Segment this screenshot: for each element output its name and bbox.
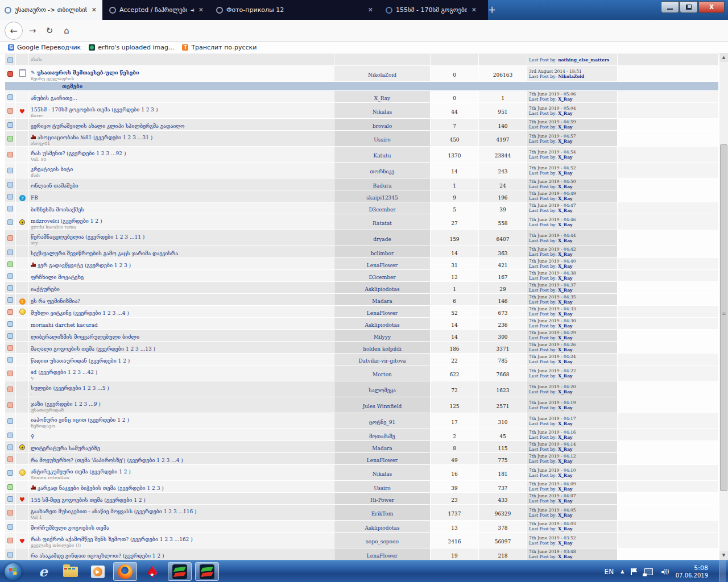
bookmark-google-translate[interactable]: G Google Переводчик [8,44,81,51]
last-post-user-link[interactable]: X_Ray [558,124,572,130]
last-post-user-link[interactable]: X_Ray [558,323,572,329]
home-button[interactable]: ⌂ [59,23,74,38]
start-button[interactable] [5,563,22,580]
last-post-user-link[interactable]: X_Ray [558,405,572,410]
network-icon[interactable] [644,568,653,575]
topic-title-link[interactable]: მორჩუმბული გოგოების თემა [31,525,109,531]
topic-title-link[interactable]: იაპონური ვინც იცით (გვერდები 1 2 ) [31,417,129,423]
topic-title-link[interactable]: კარგად ნაკვები ბიჭების თემა (გვერდები 1 … [38,485,164,491]
topic-title-link[interactable]: ონლაინ თამაშები [31,183,78,189]
topic-title-link[interactable]: 155სმ - 170სმ გოგოების თემა (გვერდები 1 … [31,107,158,113]
tab-close-icon[interactable]: ✕ [90,6,98,14]
topic-title-link[interactable]: FB [31,195,38,201]
taskbar-pokerstars[interactable]: ♠ [140,562,164,581]
topic-author-link[interactable]: Nikalas [373,109,392,115]
tab-accepted[interactable]: Accepted / ჩაჰრილები (ქა ◄) ✕ [105,0,209,20]
topic-author-link[interactable]: Ussiro [374,137,390,143]
topic-title-link[interactable]: გაახარეთ მუსიკებით - ანაწიე მოყვასს (გვე… [31,509,197,514]
topic-author-link[interactable]: bclimbor [371,251,394,256]
last-post-user-link[interactable]: X_Ray [558,347,572,352]
topic-title-link[interactable]: ანუბის გაიჩითე... [31,95,77,101]
topic-title-link[interactable]: mdzrovelci (გვერდები 1 2 ) [31,218,102,224]
last-post-user-link[interactable]: NikolaZoid [558,74,584,79]
topic-title-link[interactable]: იაქტურები [31,286,60,292]
topic-author-link[interactable]: Asklipiodotas [365,286,399,292]
last-post-user-link[interactable]: X_Ray [558,111,572,116]
topic-title-link[interactable]: ლიტერატურა სამურაებზე [31,446,100,451]
topic-author-link[interactable]: D3cember [369,207,395,213]
topic-title-link[interactable]: 155 სმ-მდე გოგოების თემა (გვერდები 1 2 ) [31,497,146,503]
last-post-user-link[interactable]: X_Ray [558,300,572,305]
show-desktop-button[interactable] [719,560,726,582]
last-post-user-link[interactable]: X_Ray [558,196,572,201]
taskbar-firefox[interactable] [113,562,137,581]
last-post-user-link[interactable]: X_Ray [558,208,572,213]
topic-author-link[interactable]: ცოტნე_91 [369,419,396,425]
last-post-user-link[interactable]: X_Ray [558,359,572,364]
topic-author-link[interactable]: Milyyy [374,334,391,340]
topic-author-link[interactable]: skaipi12345 [366,195,398,201]
topic-title-link[interactable]: კრეატივის ბიტი [31,167,73,172]
tab-audio-icon[interactable]: ◄) [191,8,194,13]
taskbar-media-player[interactable]: ▶ [86,562,110,581]
topic-author-link[interactable]: Datvilar-vir-gitova [358,358,406,364]
topic-title-link[interactable]: წადით უსათაურიდან (გვერდები 1 2 ) [31,358,130,364]
topic-title-link[interactable]: ჯაზი (გვერდები 1 2 3 ...9 ) [31,401,101,407]
bookmark-erfiro[interactable]: erfiro's uploaded imag... [89,44,174,51]
last-post-user-link[interactable]: X_Ray [558,252,572,257]
topic-author-link[interactable]: LenaFlower [367,263,398,268]
last-post-user-link[interactable]: X_Ray [558,473,572,478]
last-post-user-link[interactable]: X_Ray [558,264,572,269]
last-post-user-link[interactable]: X_Ray [558,389,572,394]
volume-icon[interactable]: ◄))) [660,568,668,575]
taskbar-flag-app-2[interactable] [195,562,219,581]
tab-close-icon[interactable]: ✕ [470,6,478,14]
last-post-user-link[interactable]: X_Ray [558,155,572,160]
last-post-user-link[interactable]: X_Ray [558,541,572,546]
new-tab-button[interactable]: + [485,3,499,17]
topic-author-link[interactable]: LenaFlower [367,310,398,316]
scroll-down-arrow[interactable]: ▼ [719,551,728,560]
topic-title-link[interactable]: მუხლი ვიტკინე (გვერდები 1 2 3 ...4 ) [31,310,129,316]
topic-title-link[interactable]: ♀ [31,434,35,439]
taskbar-explorer[interactable] [59,562,82,581]
topic-author-link[interactable]: LenaFlower [367,553,398,559]
topic-author-link[interactable]: თორნიკე [370,169,395,174]
topic-author-link[interactable]: dryade [373,236,391,242]
topic-title-link[interactable]: ბიზნესმა მოისაქმეს [31,207,84,213]
tray-expand-icon[interactable]: ▲ [621,569,624,574]
last-post-user-link[interactable]: X_Ray [558,373,572,379]
topic-author-link[interactable]: Jules Winnfield [363,404,402,409]
last-post-user-link[interactable]: X_Ray [558,554,572,559]
topic-author-link[interactable]: LenaFlower [367,458,398,463]
last-post-user-link[interactable]: X_Ray [558,171,572,176]
tab-close-icon[interactable]: ✕ [197,6,205,14]
last-post-user-link[interactable]: X_Ray [558,513,572,518]
last-post-user-link[interactable]: X_Ray [558,435,572,440]
bookmark-translit[interactable]: T Транслит по-русски [182,44,257,51]
vertical-scrollbar[interactable]: ▲ ▼ [719,53,728,560]
topic-title-link[interactable]: ვერიკო ტურაშვილის ახალი კლიპი სპილბერგმა… [31,123,185,129]
topic-title-link[interactable]: sd (გვერდები 1 2 3 ...42 ) [31,369,97,375]
topic-author-link[interactable]: Ussiro [374,485,390,491]
topic-author-link[interactable]: Katutu [374,153,391,159]
topic-author-link[interactable]: Badura [373,183,391,189]
topic-author-link[interactable]: მოთამაშე [369,434,395,439]
close-button[interactable]: X [698,1,725,13]
topic-author-link[interactable]: Nikalas [373,471,392,477]
last-post-user-link[interactable]: X_Ray [558,222,572,227]
topic-author-link[interactable]: სალომეყა [369,388,396,393]
taskbar-internet-explorer[interactable]: e [31,562,55,581]
topic-author-link[interactable]: sopo_sopooo [366,539,399,544]
topic-author-link[interactable]: Madara [372,298,392,304]
language-indicator[interactable]: EN [605,568,614,576]
last-post-user-link[interactable]: X_Ray [558,288,572,293]
last-post-user-link[interactable]: X_Ray [558,335,572,340]
topic-title-link[interactable]: მაღალი გოგოების თემა (გვერდები 1 2 3 ...… [31,346,155,352]
topic-title-link[interactable]: სექსუალური შევიწროების გამო კაცს ჯარიმა … [31,251,178,256]
topic-author-link[interactable]: holden kolpildi [363,346,402,352]
topic-title-link[interactable]: წერამნაცვლებელია (გვერდები 1 2 3 ...11 ) [31,234,144,240]
topic-title-link[interactable]: სულები (გვერდები 1 2 3 ...5 ) [31,385,109,391]
last-post-user-link[interactable]: X_Ray [558,238,572,243]
forward-button[interactable]: → [25,23,40,38]
